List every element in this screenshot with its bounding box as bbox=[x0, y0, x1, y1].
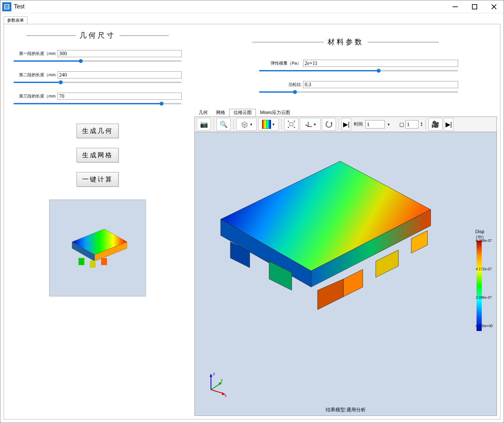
length2-slider[interactable] bbox=[14, 82, 182, 83]
generate-geometry-button[interactable]: 生成几何 bbox=[77, 124, 119, 138]
viewer-toolbar: 📷 🔍 ▼ ▼ bbox=[194, 117, 497, 132]
tab-mesh[interactable]: 网格 bbox=[212, 109, 229, 117]
colorbar-tick: 6.258e-07 bbox=[476, 239, 493, 242]
svg-rect-10 bbox=[79, 258, 84, 265]
chevron-down-icon: ▼ bbox=[272, 123, 275, 126]
poisson-slider[interactable] bbox=[259, 91, 458, 93]
poisson-label: 泊松比 bbox=[259, 82, 301, 88]
colorbar-tick: 0.000e+00 bbox=[476, 324, 493, 328]
axes-gizmo: z y x bbox=[205, 370, 230, 396]
param-poisson: 泊松比 bbox=[259, 81, 458, 93]
viewer-tab-strip: 几何 网格 位移云图 Mises应力云图 bbox=[194, 109, 497, 117]
length2-input[interactable] bbox=[58, 71, 182, 78]
material-section-header: 材料参数 bbox=[253, 37, 439, 47]
elastic-modulus-slider[interactable] bbox=[259, 70, 458, 71]
colormap-button[interactable]: ▼ bbox=[258, 118, 279, 131]
fit-icon bbox=[287, 120, 296, 129]
length3-input[interactable] bbox=[58, 93, 182, 100]
one-click-compute-button[interactable]: 一键计算 bbox=[77, 172, 119, 187]
svg-text:x: x bbox=[225, 393, 227, 398]
length3-label: 第三段的长度（mm bbox=[14, 93, 56, 99]
tab-parameter-form[interactable]: 参数表单 bbox=[4, 16, 27, 24]
minimize-button[interactable] bbox=[446, 0, 465, 13]
poisson-input[interactable] bbox=[303, 81, 458, 88]
title-bar: Test bbox=[0, 0, 504, 13]
main-tab-strip: 参数表单 bbox=[4, 16, 500, 24]
length1-label: 第一段的长度（mm bbox=[14, 51, 56, 57]
close-button[interactable] bbox=[484, 0, 504, 13]
chevron-down-icon: ▼ bbox=[313, 123, 317, 126]
axes-orientation-button[interactable]: ▼ bbox=[300, 118, 320, 131]
length1-slider[interactable] bbox=[14, 60, 182, 62]
svg-marker-33 bbox=[210, 374, 212, 377]
svg-rect-12 bbox=[101, 258, 107, 265]
geometry-title: 几何尺寸 bbox=[79, 31, 116, 40]
time-label: 时间 bbox=[354, 121, 363, 127]
length1-input[interactable] bbox=[58, 50, 182, 57]
param-elastic-modulus: 弹性模量（Pa） bbox=[259, 60, 458, 71]
viewport-caption: 结果模型:通用分析 bbox=[326, 407, 366, 413]
svg-line-20 bbox=[306, 125, 308, 127]
window-title: Test bbox=[14, 3, 25, 10]
video-icon: 🎥 bbox=[431, 120, 439, 128]
step-back-icon: ▶| bbox=[343, 120, 350, 128]
frame-spinner[interactable]: ▲▼ bbox=[420, 122, 423, 127]
svg-marker-30 bbox=[376, 250, 398, 277]
frame-icon: ▢ bbox=[399, 121, 404, 128]
elastic-modulus-label: 弹性模量（Pa） bbox=[259, 60, 301, 66]
render-mode-button[interactable]: ▼ bbox=[236, 118, 257, 131]
svg-rect-0 bbox=[5, 5, 9, 9]
maximize-button[interactable] bbox=[465, 0, 484, 13]
rainbow-icon bbox=[262, 120, 271, 129]
fit-view-button[interactable] bbox=[284, 118, 299, 131]
param-length-3: 第三段的长度（mm bbox=[14, 93, 182, 104]
time-input[interactable] bbox=[365, 120, 385, 129]
colorbar-tick: 2.086e-07 bbox=[476, 295, 493, 299]
svg-marker-29 bbox=[343, 269, 363, 297]
colorbar-tick: 4.172e-07 bbox=[476, 267, 493, 271]
quick-zoom-button[interactable]: 🔍 bbox=[216, 118, 231, 131]
app-icon bbox=[2, 2, 11, 11]
svg-marker-23 bbox=[221, 161, 431, 271]
svg-rect-17 bbox=[290, 123, 293, 126]
frame-input[interactable] bbox=[405, 120, 418, 129]
thumbnail-viewport[interactable] bbox=[49, 200, 146, 296]
result-model bbox=[205, 151, 437, 329]
colorbar-title: Disp bbox=[467, 229, 493, 234]
generate-mesh-button[interactable]: 生成网格 bbox=[77, 148, 119, 162]
svg-line-35 bbox=[211, 383, 221, 390]
svg-rect-4 bbox=[472, 5, 477, 9]
tab-geometry[interactable]: 几何 bbox=[194, 109, 212, 117]
rotate-icon bbox=[325, 120, 333, 129]
rotate-button[interactable] bbox=[322, 118, 336, 131]
camera-icon: 📷 bbox=[200, 120, 208, 128]
record-button[interactable]: 🎥 bbox=[428, 118, 443, 131]
svg-point-21 bbox=[326, 121, 332, 127]
chevron-down-icon: ▼ bbox=[250, 123, 253, 126]
magnifier-icon: 🔍 bbox=[220, 120, 228, 128]
screenshot-button[interactable]: 📷 bbox=[197, 118, 211, 131]
cube-icon bbox=[240, 121, 249, 128]
svg-rect-11 bbox=[90, 261, 96, 268]
svg-text:y: y bbox=[221, 377, 223, 382]
elastic-modulus-input[interactable] bbox=[303, 60, 458, 67]
colorbar: Disp （m） 6.258e-07 4.172e-07 2.086e-07 0… bbox=[467, 229, 493, 331]
param-length-1: 第一段的长度（mm bbox=[14, 50, 182, 62]
step-forward-icon: ▶| bbox=[446, 120, 452, 128]
material-title: 材料参数 bbox=[328, 37, 364, 47]
svg-marker-28 bbox=[318, 279, 343, 310]
axes-icon bbox=[304, 120, 312, 129]
svg-text:z: z bbox=[213, 371, 215, 376]
length3-slider[interactable] bbox=[14, 103, 182, 104]
tab-mises-stress-cloud[interactable]: Mises应力云图 bbox=[256, 109, 294, 117]
geometry-section-header: 几何尺寸 bbox=[26, 31, 169, 40]
tab-displacement-cloud[interactable]: 位移云图 bbox=[229, 109, 256, 117]
step-back-button[interactable]: ▶| bbox=[341, 118, 351, 131]
step-forward-button[interactable]: ▶| bbox=[444, 118, 454, 131]
param-length-2: 第二段的长度（mm bbox=[14, 71, 182, 83]
chevron-down-icon: ▼ bbox=[387, 123, 390, 126]
main-viewport[interactable]: z y x Disp （m） 6.258e-07 4.172e-07 bbox=[194, 132, 497, 416]
length2-label: 第二段的长度（mm bbox=[14, 72, 56, 78]
